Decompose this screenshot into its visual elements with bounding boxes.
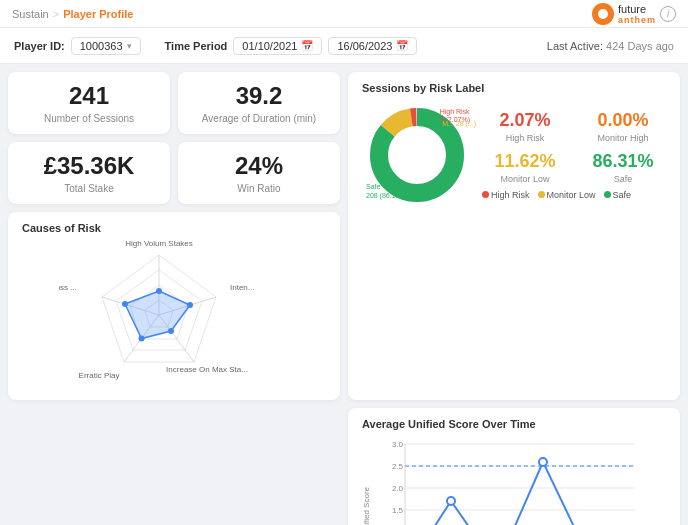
brand-logo-inner: [598, 9, 608, 19]
player-id-label: Player ID:: [14, 40, 65, 52]
risk-stat-high: 2.07% High Risk: [482, 110, 568, 143]
donut-monitor-label: M... 28 (...): [442, 120, 476, 128]
svg-marker-14: [125, 291, 190, 339]
calendar-icon-2: 📅: [396, 40, 408, 51]
time-from: 01/10/2021: [242, 40, 297, 52]
stat-sessions-label: Number of Sessions: [22, 113, 156, 124]
stat-win-label: Win Ratio: [192, 183, 326, 194]
radar-label-bottomright: Increase On Max Sta...: [166, 365, 248, 374]
player-id-value: 1000363: [80, 40, 123, 52]
last-active-value: 424 Days ago: [606, 40, 674, 52]
player-id-field: Player ID: 1000363 ▾: [14, 37, 141, 55]
safe-pct: 86.31%: [580, 151, 666, 173]
last-active-label: Last Active:: [547, 40, 603, 52]
brand-text-group: future anthem: [618, 3, 656, 25]
breadcrumb-parent[interactable]: Sustain: [12, 8, 49, 20]
last-active: Last Active: 424 Days ago: [547, 40, 674, 52]
donut-safe-label: Safe208 (86.1...): [366, 183, 404, 200]
stat-duration-label: Average of Duration (min): [192, 113, 326, 124]
radar-point-bottomright: [168, 328, 174, 334]
risk-content: High Risk5 (2.07%) M... 28 (...) Safe208…: [362, 100, 666, 210]
radar-point-top: [156, 288, 162, 294]
radar-background: [102, 255, 216, 362]
stat-stake-label: Total Stake: [22, 183, 156, 194]
legend-dot-monitor-low: [538, 191, 545, 198]
radar-point-bottomleft: [139, 335, 145, 341]
time-to: 16/06/2023: [337, 40, 392, 52]
donut-chart: High Risk5 (2.07%) M... 28 (...) Safe208…: [362, 100, 472, 210]
info-icon[interactable]: i: [660, 6, 676, 22]
point-feb: [447, 497, 455, 505]
brand: future anthem i: [592, 3, 676, 25]
stat-sessions-value: 241: [22, 82, 156, 111]
calendar-icon: 📅: [301, 40, 313, 51]
line-chart-svg: 0.0 0.5 1.0 1.5 2.0 2.5 3.0: [375, 436, 645, 525]
risk-legend: High Risk Monitor Low Safe: [482, 190, 666, 200]
radar-label-bottomleft: Erratic Play: [79, 371, 120, 380]
line-chart-card: Average Unified Score Over Time Unified …: [348, 408, 680, 525]
high-risk-label: High Risk: [482, 133, 568, 143]
breadcrumb-sep: >: [53, 8, 59, 20]
app-container: Sustain > Player Profile future anthem i…: [0, 0, 688, 525]
radar-label-topright: Inten...: [230, 283, 254, 292]
monitor-high-pct: 0.00%: [580, 110, 666, 132]
radar-card: Causes of Risk: [8, 212, 340, 400]
brand-sub: anthem: [618, 15, 656, 25]
risk-stat-monitor-low: 11.62% Monitor Low: [482, 151, 568, 184]
radar-svg: High Volum Stakes Inten... Increase On M…: [59, 230, 289, 400]
risk-stats: 2.07% High Risk 0.00% Monitor High 11.62…: [482, 110, 666, 183]
legend-safe: Safe: [604, 190, 632, 200]
time-period-field: Time Period 01/10/2021 📅 16/06/2023 📅: [165, 37, 418, 55]
breadcrumb-active[interactable]: Player Profile: [63, 8, 133, 20]
radar-wrap: High Volum Stakes Inten... Increase On M…: [22, 240, 326, 390]
y-axis-label-container: Unified Score: [362, 436, 371, 525]
stat-sessions: 241 Number of Sessions: [8, 72, 170, 134]
risk-stat-monitor-high: 0.00% Monitor High: [580, 110, 666, 143]
radar-point-topleft: [122, 301, 128, 307]
stat-win-value: 24%: [192, 152, 326, 181]
stat-stake-value: £35.36K: [22, 152, 156, 181]
brand-name: future: [618, 3, 656, 15]
stat-duration-value: 39.2: [192, 82, 326, 111]
breadcrumb: Sustain > Player Profile: [12, 8, 133, 20]
legend-high-risk: High Risk: [482, 190, 530, 200]
monitor-low-pct: 11.62%: [482, 151, 568, 173]
point-apr: [539, 458, 547, 466]
player-id-value-box[interactable]: 1000363 ▾: [71, 37, 141, 55]
high-risk-pct: 2.07%: [482, 110, 568, 132]
main-content: 241 Number of Sessions 39.2 Average of D…: [0, 64, 688, 525]
stat-win: 24% Win Ratio: [178, 142, 340, 204]
time-period-label: Time Period: [165, 40, 228, 52]
legend-monitor-low: Monitor Low: [538, 190, 596, 200]
risk-stats-grid: 2.07% High Risk 0.00% Monitor High 11.62…: [482, 110, 666, 199]
monitor-low-label: Monitor Low: [482, 174, 568, 184]
svg-text:1.5: 1.5: [392, 506, 404, 515]
brand-logo: [592, 3, 614, 25]
risk-stat-safe: 86.31% Safe: [580, 151, 666, 184]
line-chart-title: Average Unified Score Over Time: [362, 418, 666, 430]
top-nav: Sustain > Player Profile future anthem i: [0, 0, 688, 28]
risk-card: Sessions by Risk Label: [348, 72, 680, 400]
chevron-down-icon: ▾: [127, 41, 132, 51]
y-axis-label: Unified Score: [362, 487, 371, 525]
radar-label-top: High Volum Stakes: [125, 239, 193, 248]
line-chart-container: Unified Score 0.0 0.5 1.0: [362, 436, 666, 525]
legend-dot-high-risk: [482, 191, 489, 198]
radar-label-topleft: Loss ...: [59, 283, 77, 292]
stat-duration: 39.2 Average of Duration (min): [178, 72, 340, 134]
radar-point-topright: [187, 302, 193, 308]
svg-text:3.0: 3.0: [392, 440, 404, 449]
stat-stake: £35.36K Total Stake: [8, 142, 170, 204]
svg-text:2.5: 2.5: [392, 462, 404, 471]
time-from-box[interactable]: 01/10/2021 📅: [233, 37, 322, 55]
header-row: Player ID: 1000363 ▾ Time Period 01/10/2…: [0, 28, 688, 64]
safe-label: Safe: [580, 174, 666, 184]
stats-grid: 241 Number of Sessions 39.2 Average of D…: [8, 72, 340, 204]
svg-point-4: [391, 129, 443, 181]
legend-dot-safe: [604, 191, 611, 198]
time-to-box[interactable]: 16/06/2023 📅: [328, 37, 417, 55]
monitor-high-label: Monitor High: [580, 133, 666, 143]
svg-text:2.0: 2.0: [392, 484, 404, 493]
risk-card-title: Sessions by Risk Label: [362, 82, 666, 94]
